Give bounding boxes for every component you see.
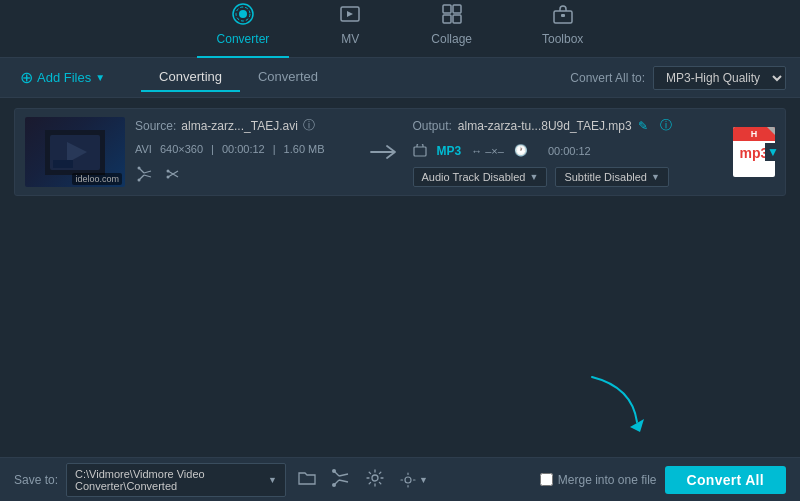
- subtitle-label: Subtitle Disabled: [564, 171, 647, 183]
- svg-point-16: [167, 170, 170, 173]
- settings2-dropdown-icon: ▼: [419, 475, 428, 485]
- toolbar: ⊕ Add Files ▼ Converting Converted Conve…: [0, 58, 800, 98]
- output-format: MP3: [437, 144, 462, 158]
- source-info-icon[interactable]: ⓘ: [303, 117, 315, 134]
- format-icon-wrap: H mp3 ▼: [733, 117, 775, 187]
- output-info-icon[interactable]: ⓘ: [660, 117, 672, 134]
- convert-arrow: [363, 117, 403, 187]
- file-duration: 00:00:12: [222, 143, 265, 155]
- output-middle-row: MP3 ↔ –×– 🕐 00:00:12: [413, 144, 718, 158]
- svg-rect-13: [53, 160, 73, 168]
- source-filename: alma-zarz..._TAEJ.avi: [181, 119, 297, 133]
- settings-button[interactable]: [362, 467, 388, 493]
- plus-circle-icon: ⊕: [20, 68, 33, 87]
- settings2-button[interactable]: ▼: [396, 470, 432, 490]
- edit-output-icon[interactable]: ✎: [638, 119, 648, 133]
- convert-all-to-label: Convert All to:: [570, 71, 645, 85]
- audio-track-arrow-icon: ▼: [529, 172, 538, 182]
- tab-converting[interactable]: Converting: [141, 63, 240, 92]
- toolbar-tabs: Converting Converted: [141, 63, 336, 92]
- logo-watermark: ideloo.com: [72, 173, 122, 185]
- toolbox-icon: [552, 3, 574, 28]
- file-source-row: Source: alma-zarz..._TAEJ.avi ⓘ: [135, 117, 353, 134]
- svg-point-14: [138, 167, 141, 170]
- svg-rect-5: [453, 5, 461, 13]
- output-bottom-row: Audio Track Disabled ▼ Subtitle Disabled…: [413, 167, 718, 187]
- svg-rect-7: [453, 15, 461, 23]
- trim-button[interactable]: [135, 164, 155, 187]
- file-actions: [135, 164, 353, 187]
- svg-rect-6: [443, 15, 451, 23]
- convert-all-button[interactable]: Convert All: [665, 466, 786, 494]
- output-top-row: Output: alma-zarza-tu...8U9d_TAEJ.mp3 ✎ …: [413, 117, 718, 134]
- top-nav: Converter MV Collage: [0, 0, 800, 58]
- save-path-dropdown-icon: ▼: [268, 475, 277, 485]
- converter-icon: [232, 3, 254, 28]
- merge-checkbox[interactable]: [540, 473, 553, 486]
- open-folder-button[interactable]: [294, 468, 320, 492]
- format-icon-fold: [767, 127, 775, 135]
- add-files-label: Add Files: [37, 70, 91, 85]
- svg-point-23: [405, 477, 411, 483]
- main-content: ideloo.com Source: alma-zarz..._TAEJ.avi…: [0, 98, 800, 457]
- svg-point-21: [332, 483, 336, 487]
- toolbar-right: Convert All to: MP3-High Quality: [570, 66, 786, 90]
- svg-rect-9: [561, 14, 565, 17]
- decorative-pointer-arrow: [582, 367, 652, 441]
- file-info: Source: alma-zarz..._TAEJ.avi ⓘ AVI 640×…: [135, 117, 353, 187]
- output-duration: 00:00:12: [548, 145, 591, 157]
- nav-mv-label: MV: [341, 32, 359, 46]
- output-section: Output: alma-zarza-tu...8U9d_TAEJ.mp3 ✎ …: [413, 117, 718, 187]
- tab-converted[interactable]: Converted: [240, 63, 336, 92]
- save-path-field[interactable]: C:\Vidmore\Vidmore Video Converter\Conve…: [66, 463, 286, 497]
- format-expand-button[interactable]: ▼: [765, 143, 781, 161]
- svg-point-22: [372, 475, 378, 481]
- svg-point-17: [167, 176, 170, 179]
- file-resolution: 640×360: [160, 143, 203, 155]
- subtitle-arrow-icon: ▼: [651, 172, 660, 182]
- nav-item-converter[interactable]: Converter: [197, 0, 290, 58]
- save-path-text: C:\Vidmore\Vidmore Video Converter\Conve…: [75, 468, 268, 492]
- trim-bottom-button[interactable]: [328, 467, 354, 493]
- add-files-button[interactable]: ⊕ Add Files ▼: [14, 64, 111, 91]
- source-label: Source:: [135, 119, 176, 133]
- save-to-label: Save to:: [14, 473, 58, 487]
- merge-label-area: Merge into one file: [540, 473, 657, 487]
- mv-icon: [339, 3, 361, 28]
- file-meta-row: AVI 640×360 | 00:00:12 | 1.60 MB: [135, 143, 353, 155]
- file-size: 1.60 MB: [284, 143, 325, 155]
- file-format: AVI: [135, 143, 152, 155]
- nav-item-mv[interactable]: MV: [319, 0, 381, 58]
- svg-rect-4: [443, 5, 451, 13]
- svg-point-1: [239, 10, 247, 18]
- nav-item-collage[interactable]: Collage: [411, 0, 492, 58]
- bottom-bar: Save to: C:\Vidmore\Vidmore Video Conver…: [0, 457, 800, 501]
- output-label: Output:: [413, 119, 452, 133]
- file-row: ideloo.com Source: alma-zarz..._TAEJ.avi…: [14, 108, 786, 196]
- format-select[interactable]: MP3-High Quality: [653, 66, 786, 90]
- audio-track-label: Audio Track Disabled: [422, 171, 526, 183]
- audio-track-dropdown[interactable]: Audio Track Disabled ▼: [413, 167, 548, 187]
- nav-converter-label: Converter: [217, 32, 270, 46]
- cut-button[interactable]: [163, 164, 183, 187]
- svg-point-15: [138, 179, 141, 182]
- nav-item-toolbox[interactable]: Toolbox: [522, 0, 603, 58]
- svg-rect-18: [414, 147, 426, 156]
- format-icon-label: mp3: [740, 141, 769, 161]
- resize-icon: ↔ –×–: [471, 145, 504, 157]
- svg-point-20: [332, 469, 336, 473]
- output-filename: alma-zarza-tu...8U9d_TAEJ.mp3: [458, 119, 632, 133]
- merge-text: Merge into one file: [558, 473, 657, 487]
- collage-icon: [441, 3, 463, 28]
- add-files-dropdown-icon: ▼: [95, 72, 105, 83]
- subtitle-dropdown[interactable]: Subtitle Disabled ▼: [555, 167, 668, 187]
- nav-collage-label: Collage: [431, 32, 472, 46]
- video-thumbnail: ideloo.com: [25, 117, 125, 187]
- nav-toolbox-label: Toolbox: [542, 32, 583, 46]
